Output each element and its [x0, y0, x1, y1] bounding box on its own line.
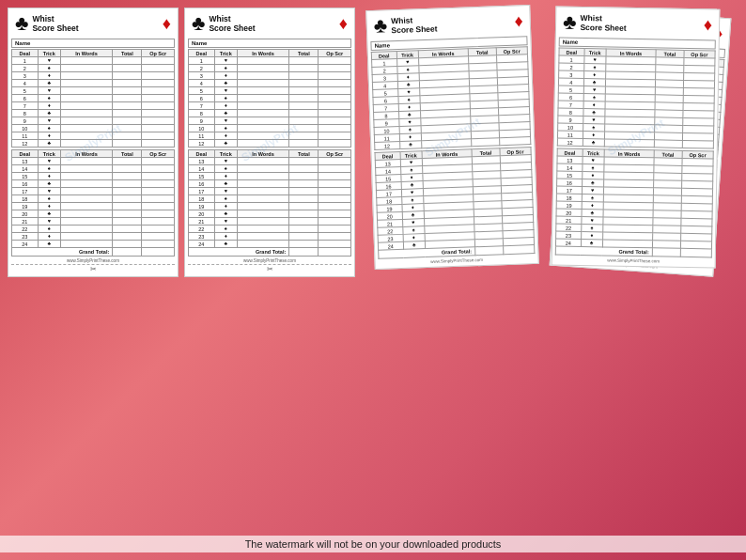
grand-total-row: Grand Total:	[12, 248, 175, 257]
table-row: 16 ♣	[189, 180, 351, 188]
grand-total-row-2: Grand Total:	[189, 248, 351, 257]
club-icon-fr1: ♣	[373, 15, 387, 36]
scissors-2: ✂	[188, 264, 351, 273]
name-row: Name	[11, 39, 175, 48]
table-row: 19 ♦	[189, 203, 351, 210]
table-row: 11 ♦	[12, 132, 175, 140]
score-table-bot-1: Deal Trick In Words Total Op Scr 13 ♥ 14…	[11, 149, 175, 257]
table-row: 20 ♣	[12, 210, 175, 218]
table-row: 13 ♥	[189, 158, 351, 165]
sheet-title-fr1: Whist Score Sheet	[390, 14, 437, 35]
sheet-title-2: Whist Score Sheet	[209, 14, 255, 33]
table-row: 21 ♥	[12, 218, 175, 226]
table-row: 23 ♦	[189, 233, 351, 241]
sheet-header-2: ♣ Whist Score Sheet ♦	[188, 11, 351, 36]
table-row: 15 ♦	[12, 173, 175, 180]
club-icon-fr2: ♣	[562, 12, 576, 33]
table-row: 11 ♦	[189, 132, 351, 140]
table-row: 6 ♠	[12, 95, 175, 102]
table-row: 8 ♣	[12, 110, 175, 117]
sheet-header-1: ♣ Whist Score Sheet ♦	[11, 11, 175, 36]
sheet-header-fr2: ♣ Whist Score Sheet ♦	[558, 10, 715, 38]
table-row: 5 ♥	[12, 87, 175, 95]
right-group: ♣ Whist Score Sheet ♦ Name Deal Trick In…	[370, 8, 738, 524]
table-row: 7 ♦	[189, 102, 351, 110]
club-icon: ♣	[15, 13, 28, 34]
table-row: 12 ♣	[12, 140, 175, 148]
table-row: 3 ♦	[189, 72, 351, 80]
table-row: 24 ♣	[189, 241, 351, 248]
table-row: 10 ♠	[189, 125, 351, 132]
table-row: 14 ♠	[189, 165, 351, 173]
sheet-header-fr1: ♣ Whist Score Sheet ♦	[369, 8, 527, 39]
table-row: 13 ♥	[12, 158, 175, 165]
sheet-title-1: Whist Score Sheet	[32, 14, 78, 33]
score-table-top-fr2: Deal Trick In Words Total Op Scr 1 ♥ 2 ♠	[556, 48, 715, 149]
diamond-icon-2: ♦	[339, 15, 348, 32]
diamond-icon-fr2: ♦	[703, 16, 712, 33]
table-row: 24 ♣	[12, 241, 175, 248]
table-row: 1 ♥	[12, 57, 175, 65]
website-1: www.SimplyPrintThese.com	[11, 258, 175, 263]
table-row: 21 ♥	[189, 218, 351, 226]
table-row: 15 ♦	[189, 173, 351, 180]
sheet-title-fr2: Whist Score Sheet	[580, 13, 626, 33]
name-row-2: Name	[188, 39, 351, 48]
score-sheet-front-right-1: SimplyPrint ♣ Whist Score Sheet ♦ Name D…	[365, 5, 539, 270]
club-icon-2: ♣	[192, 13, 205, 34]
table-row: 17 ♥	[189, 188, 351, 195]
table-row: 4 ♣	[189, 80, 351, 87]
table-row: 12 ♣	[557, 138, 713, 148]
table-row: 8 ♣	[189, 110, 351, 117]
table-row: 16 ♣	[12, 180, 175, 188]
table-row: 2 ♠	[12, 65, 175, 72]
table-row: 12 ♣	[189, 140, 351, 148]
table-row: 17 ♥	[12, 188, 175, 195]
table-row: 4 ♣	[12, 80, 175, 87]
diamond-icon: ♦	[163, 15, 171, 32]
score-table-top-2: Deal Trick In Words Total Op Scr 1 ♥ 2 ♠	[188, 49, 351, 148]
table-row: 23 ♦	[12, 233, 175, 241]
table-row: 2 ♠	[189, 65, 351, 72]
score-table-top-fr1: Deal Trick In Words Total Op Scr 1 ♥ 2 ♠	[370, 46, 531, 150]
table-row: 22 ♠	[189, 226, 351, 233]
table-row: 10 ♠	[12, 125, 175, 132]
score-table-top-1: Deal Trick In Words Total Op Scr 1 ♥ 2 ♠	[11, 49, 175, 148]
scissors-1: ✂	[11, 264, 175, 273]
website-2: www.SimplyPrintThese.com	[188, 258, 351, 263]
table-row: 20 ♣	[189, 210, 351, 218]
diamond-icon-fr1: ♦	[514, 12, 523, 29]
table-row: 9 ♥	[12, 117, 175, 125]
table-row: 18 ♠	[12, 195, 175, 203]
table-row: 19 ♦	[12, 203, 175, 210]
score-table-bot-2: Deal Trick In Words Total Op Scr 13 ♥ 14…	[188, 149, 351, 257]
table-row: 3 ♦	[12, 72, 175, 80]
score-sheet-1: SimplyPrint ♣ Whist Score Sheet ♦ Name D…	[8, 8, 179, 277]
table-row: 22 ♠	[12, 226, 175, 233]
score-sheet-2: SimplyPrint ♣ Whist Score Sheet ♦ Name D…	[184, 8, 355, 277]
table-row: 18 ♠	[189, 195, 351, 203]
table-row: 6 ♠	[189, 95, 351, 102]
score-sheet-front-right-2: SimplyPrint ♣ Whist Score Sheet ♦ Name D…	[551, 6, 720, 268]
table-row: 5 ♥	[189, 87, 351, 95]
table-row: 1 ♥	[189, 57, 351, 65]
table-row: 7 ♦	[12, 102, 175, 110]
table-row: 14 ♠	[12, 165, 175, 173]
bottom-text: The watermark will not be on your downlo…	[0, 536, 746, 552]
table-row: 9 ♥	[189, 117, 351, 125]
